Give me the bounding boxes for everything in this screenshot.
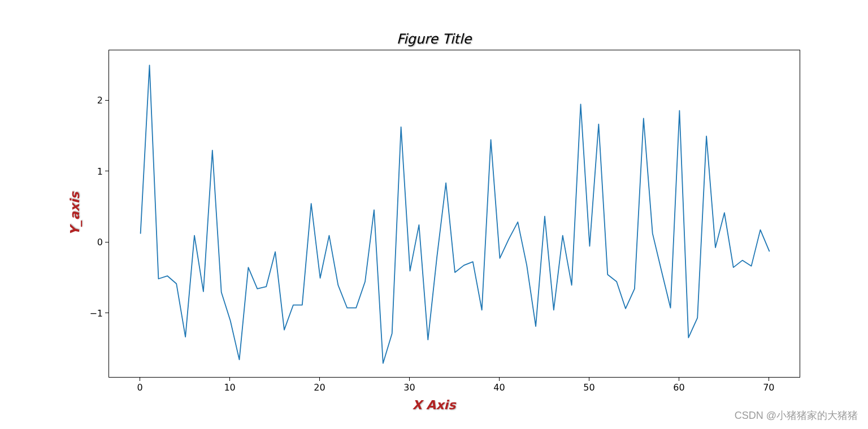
x-tick: [319, 378, 320, 381]
x-tick-label: 70: [763, 382, 774, 393]
y-tick: [105, 313, 108, 313]
y-tick: [105, 242, 108, 242]
x-tick-label: 10: [224, 382, 235, 393]
x-tick: [229, 378, 230, 381]
x-tick-label: 50: [583, 382, 594, 393]
y-tick-label: −1: [80, 307, 103, 318]
y-tick: [105, 100, 108, 101]
y-tick-label: 1: [80, 166, 103, 176]
figure: Figure Title 010203040506070 −1012 X Axi…: [0, 0, 868, 429]
x-tick: [769, 378, 769, 381]
watermark: CSDN @小猪猪家的大猪猪: [735, 409, 858, 422]
y-tick-label: 2: [80, 95, 103, 106]
y-tick: [105, 171, 108, 171]
y-axis-label: Y_axis: [68, 192, 82, 236]
x-tick: [589, 378, 589, 381]
x-tick-label: 20: [314, 382, 325, 393]
chart-title: Figure Title: [0, 31, 868, 47]
x-tick-label: 30: [403, 382, 415, 393]
x-tick-label: 40: [493, 382, 505, 393]
x-tick: [140, 378, 140, 381]
x-tick: [679, 378, 679, 381]
data-line: [109, 50, 801, 378]
x-tick: [499, 378, 500, 381]
x-tick: [409, 378, 410, 381]
y-tick-label: 0: [80, 237, 103, 248]
plot-area: [108, 50, 800, 378]
x-tick-label: 0: [137, 382, 143, 393]
x-tick-label: 60: [673, 382, 684, 393]
